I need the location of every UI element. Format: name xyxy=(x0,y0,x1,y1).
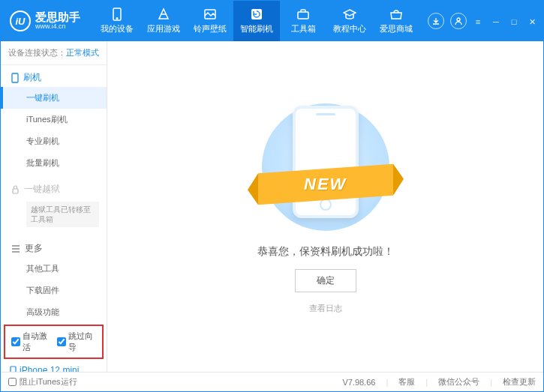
success-message: 恭喜您，保资料刷机成功啦！ xyxy=(257,245,394,259)
version-label: V7.98.66 xyxy=(342,378,375,387)
main-nav: 我的设备 应用游戏 铃声壁纸 智能刷机 工具箱 教程中心 xyxy=(94,1,428,41)
maximize-icon[interactable]: □ xyxy=(509,17,519,28)
cb-label: 阻止iTunes运行 xyxy=(20,376,77,388)
menu-icon[interactable]: ≡ xyxy=(473,17,483,28)
conn-value: 正常模式 xyxy=(66,48,99,57)
nav-label: 铃声壁纸 xyxy=(194,23,227,34)
jailbreak-note: 越狱工具已转移至工具箱 xyxy=(26,202,99,227)
checkbox-row: 自动激活 跳过向导 xyxy=(4,325,104,359)
nav-label: 我的设备 xyxy=(101,23,134,34)
device-name: iPhone 12 mini xyxy=(10,365,99,372)
menu-icon xyxy=(11,245,20,253)
refresh-icon xyxy=(250,7,263,21)
main-panel: NEW 恭喜您，保资料刷机成功啦！ 确定 查看日志 xyxy=(107,41,543,372)
svg-point-1 xyxy=(116,18,118,19)
section-more[interactable]: 更多 xyxy=(1,236,107,258)
nav-smart-flash[interactable]: 智能刷机 xyxy=(233,1,280,41)
svg-rect-6 xyxy=(12,73,18,82)
cb-label: 自动激活 xyxy=(23,331,51,353)
sidebar-item-itunes-flash[interactable]: iTunes刷机 xyxy=(1,109,107,130)
footer-wechat[interactable]: 微信公众号 xyxy=(438,376,479,388)
header-right xyxy=(428,13,467,29)
section-label: 更多 xyxy=(25,242,43,255)
app-title: 爱思助手 xyxy=(35,11,80,24)
sidebar-item-download-firmware[interactable]: 下载固件 xyxy=(1,280,107,301)
auto-activate-checkbox[interactable]: 自动激活 xyxy=(11,331,51,353)
graduation-icon xyxy=(343,7,356,21)
nav-store[interactable]: 爱思商城 xyxy=(373,1,419,41)
nav-my-device[interactable]: 我的设备 xyxy=(94,1,140,41)
sidebar: 设备连接状态：正常模式 刷机 一键刷机 iTunes刷机 专业刷机 批量刷机 一… xyxy=(1,41,107,372)
nav-label: 应用游戏 xyxy=(147,23,180,34)
nav-label: 智能刷机 xyxy=(240,23,273,34)
sidebar-item-batch-flash[interactable]: 批量刷机 xyxy=(1,152,107,174)
footer: 阻止iTunes运行 V7.98.66 | 客服 | 微信公众号 | 检查更新 xyxy=(1,372,543,391)
apps-icon xyxy=(157,7,170,21)
success-illustration: NEW xyxy=(251,100,401,235)
nav-tutorials[interactable]: 教程中心 xyxy=(326,1,373,41)
svg-rect-7 xyxy=(13,189,18,193)
sidebar-item-advanced[interactable]: 高级功能 xyxy=(1,301,107,323)
connection-status: 设备连接状态：正常模式 xyxy=(1,41,107,65)
minimize-icon[interactable]: ─ xyxy=(491,17,501,28)
sidebar-item-pro-flash[interactable]: 专业刷机 xyxy=(1,130,107,152)
cb-label: 跳过向导 xyxy=(68,331,97,353)
nav-ringtones[interactable]: 铃声壁纸 xyxy=(187,1,233,41)
logo-icon: iU xyxy=(10,10,31,31)
app-window: iU 爱思助手 www.i4.cn 我的设备 应用游戏 铃声壁纸 智能刷机 xyxy=(0,0,544,392)
phone-icon xyxy=(110,7,124,21)
svg-rect-4 xyxy=(298,12,308,19)
body: 设备连接状态：正常模式 刷机 一键刷机 iTunes刷机 专业刷机 批量刷机 一… xyxy=(1,41,543,372)
conn-label: 设备连接状态： xyxy=(8,48,66,57)
section-label: 刷机 xyxy=(23,71,41,84)
footer-service[interactable]: 客服 xyxy=(398,376,415,388)
svg-point-5 xyxy=(457,18,460,21)
window-controls: ≡ ─ □ ✕ xyxy=(473,14,537,28)
toolbox-icon xyxy=(296,7,310,21)
app-url: www.i4.cn xyxy=(35,23,80,31)
phone-tiny-icon xyxy=(10,366,17,373)
footer-check-update[interactable]: 检查更新 xyxy=(503,376,536,388)
logo: iU 爱思助手 www.i4.cn xyxy=(10,10,80,31)
phone-small-icon xyxy=(11,73,19,83)
user-button[interactable] xyxy=(450,13,467,29)
wallpaper-icon xyxy=(203,7,217,21)
nav-label: 教程中心 xyxy=(333,23,366,34)
block-itunes-checkbox[interactable]: 阻止iTunes运行 xyxy=(8,376,77,388)
nav-label: 爱思商城 xyxy=(380,23,413,34)
sidebar-item-other-tools[interactable]: 其他工具 xyxy=(1,258,107,280)
nav-apps[interactable]: 应用游戏 xyxy=(140,1,187,41)
section-label: 一键越狱 xyxy=(24,183,60,196)
skip-setup-checkbox[interactable]: 跳过向导 xyxy=(57,331,97,353)
view-log-link[interactable]: 查看日志 xyxy=(309,303,342,314)
titlebar: iU 爱思助手 www.i4.cn 我的设备 应用游戏 铃声壁纸 智能刷机 xyxy=(1,1,543,41)
nav-label: 工具箱 xyxy=(291,23,316,34)
close-icon[interactable]: ✕ xyxy=(527,17,537,28)
lock-icon xyxy=(11,185,20,194)
store-icon xyxy=(389,7,403,21)
ok-button[interactable]: 确定 xyxy=(295,269,356,292)
download-button[interactable] xyxy=(428,13,444,29)
section-jailbreak: 一键越狱 xyxy=(1,177,107,199)
device-block[interactable]: iPhone 12 mini 64GB Down-12mini-13,1 xyxy=(1,361,107,372)
section-flash[interactable]: 刷机 xyxy=(1,65,107,87)
sidebar-item-oneclick-flash[interactable]: 一键刷机 xyxy=(1,87,107,109)
svg-rect-8 xyxy=(11,367,16,373)
nav-toolbox[interactable]: 工具箱 xyxy=(280,1,326,41)
